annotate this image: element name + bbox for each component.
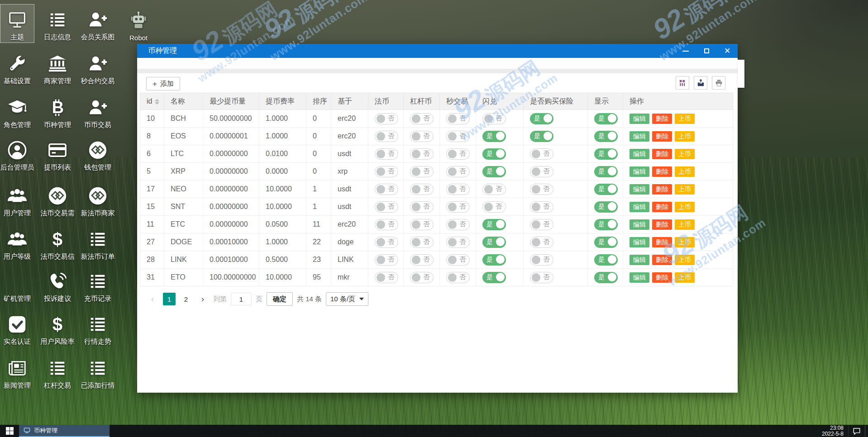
insurance-toggle[interactable]: 否 bbox=[530, 272, 553, 283]
list-coin-button[interactable]: 上币 bbox=[675, 149, 695, 159]
desktop-icon-2[interactable]: 会员关系图 bbox=[81, 4, 115, 43]
prev-page-button[interactable]: ‹ bbox=[146, 293, 159, 305]
table-header-0[interactable]: id bbox=[140, 93, 164, 110]
delete-button[interactable]: 删除 bbox=[652, 202, 672, 212]
add-button[interactable]: + 添加 bbox=[146, 77, 180, 90]
list-coin-button[interactable]: 上币 bbox=[675, 184, 695, 195]
delete-button[interactable]: 删除 bbox=[652, 237, 672, 247]
close-button[interactable]: ✕ bbox=[717, 44, 738, 58]
insurance-toggle[interactable]: 是 bbox=[530, 131, 553, 142]
desktop-icon-9[interactable]: 币币交易 bbox=[81, 92, 115, 131]
fiat-toggle[interactable]: 否 bbox=[375, 237, 398, 248]
desktop-icon-1[interactable]: 日志信息 bbox=[40, 4, 75, 43]
seconds-toggle[interactable]: 否 bbox=[446, 254, 470, 266]
list-coin-button[interactable]: 上币 bbox=[675, 272, 695, 283]
print-button[interactable] bbox=[712, 76, 725, 90]
show-toggle[interactable]: 是 bbox=[594, 219, 618, 230]
desktop-icon-5[interactable]: 商家管理 bbox=[40, 48, 75, 87]
delete-button[interactable]: 删除 bbox=[652, 272, 672, 283]
fiat-toggle[interactable]: 否 bbox=[375, 184, 398, 195]
desktop-icon-23[interactable]: $用户风险率 bbox=[40, 309, 75, 347]
delete-button[interactable]: 删除 bbox=[652, 219, 672, 230]
flash-toggle[interactable]: 否 bbox=[482, 201, 506, 213]
seconds-toggle[interactable]: 否 bbox=[446, 113, 470, 124]
desktop-icon-4[interactable]: 基础设置 bbox=[0, 48, 34, 87]
desktop-icon-6[interactable]: 秒合约交易 bbox=[81, 48, 115, 87]
flash-toggle[interactable]: 是 bbox=[482, 148, 506, 160]
edit-button[interactable]: 编辑 bbox=[630, 237, 649, 247]
desktop-icon-22[interactable]: 实名认证 bbox=[0, 309, 34, 347]
desktop-icon-27[interactable]: 已添加行情 bbox=[81, 352, 115, 391]
edit-button[interactable]: 编辑 bbox=[630, 255, 649, 265]
goto-page-input[interactable]: 1 bbox=[231, 293, 252, 305]
list-coin-button[interactable]: 上币 bbox=[675, 255, 695, 265]
lever-toggle[interactable]: 否 bbox=[410, 113, 434, 124]
seconds-toggle[interactable]: 否 bbox=[446, 131, 470, 142]
flash-toggle[interactable]: 是 bbox=[482, 237, 506, 248]
delete-button[interactable]: 删除 bbox=[652, 184, 672, 195]
edit-button[interactable]: 编辑 bbox=[630, 272, 649, 283]
page-size-select[interactable]: 10 条/页 bbox=[326, 292, 368, 306]
list-coin-button[interactable]: 上币 bbox=[675, 166, 695, 177]
delete-button[interactable]: 删除 bbox=[652, 166, 672, 177]
desktop-icon-26[interactable]: 杠杆交易 bbox=[40, 352, 75, 391]
maximize-button[interactable] bbox=[696, 44, 717, 58]
desktop-icon-17[interactable]: $法币交易信 bbox=[40, 223, 75, 262]
flash-toggle[interactable]: 是 bbox=[482, 131, 506, 142]
desktop-icon-8[interactable]: B币种管理 bbox=[40, 92, 75, 131]
fiat-toggle[interactable]: 否 bbox=[375, 254, 398, 266]
seconds-toggle[interactable]: 否 bbox=[446, 166, 470, 177]
seconds-toggle[interactable]: 否 bbox=[446, 184, 470, 195]
window-scrollbar-strip[interactable] bbox=[738, 60, 744, 88]
confirm-button[interactable]: 确定 bbox=[267, 292, 293, 306]
export-button[interactable] bbox=[694, 76, 707, 90]
lever-toggle[interactable]: 否 bbox=[410, 219, 434, 230]
lever-toggle[interactable]: 否 bbox=[410, 131, 434, 142]
seconds-toggle[interactable]: 否 bbox=[446, 201, 470, 213]
show-toggle[interactable]: 是 bbox=[594, 254, 618, 266]
fiat-toggle[interactable]: 否 bbox=[375, 148, 398, 160]
delete-button[interactable]: 删除 bbox=[652, 255, 672, 265]
flash-toggle[interactable]: 是 bbox=[482, 166, 506, 177]
fiat-toggle[interactable]: 否 bbox=[375, 219, 398, 230]
page-button-2[interactable]: 2 bbox=[180, 293, 192, 305]
seconds-toggle[interactable]: 否 bbox=[446, 219, 470, 230]
flash-toggle[interactable]: 否 bbox=[482, 113, 506, 124]
show-toggle[interactable]: 是 bbox=[594, 131, 618, 142]
fiat-toggle[interactable]: 否 bbox=[375, 272, 398, 283]
start-button[interactable] bbox=[0, 425, 19, 437]
insurance-toggle[interactable]: 否 bbox=[530, 254, 553, 266]
desktop-icon-15[interactable]: 新法币商家 bbox=[81, 180, 115, 219]
lever-toggle[interactable]: 否 bbox=[410, 166, 434, 177]
lever-toggle[interactable]: 否 bbox=[410, 148, 434, 160]
insurance-toggle[interactable]: 否 bbox=[530, 201, 553, 213]
fiat-toggle[interactable]: 否 bbox=[375, 131, 398, 142]
fiat-toggle[interactable]: 否 bbox=[375, 113, 398, 124]
desktop-icon-19[interactable]: 矿机管理 bbox=[0, 266, 34, 304]
taskbar-clock[interactable]: 23:08 2022-5-8 bbox=[822, 425, 848, 437]
seconds-toggle[interactable]: 否 bbox=[446, 272, 470, 283]
fiat-toggle[interactable]: 否 bbox=[375, 166, 398, 177]
lever-toggle[interactable]: 否 bbox=[410, 272, 434, 283]
fiat-toggle[interactable]: 否 bbox=[375, 201, 398, 213]
list-coin-button[interactable]: 上币 bbox=[675, 202, 695, 212]
desktop-icon-20[interactable]: 投诉建议 bbox=[40, 266, 75, 304]
page-button-1[interactable]: 1 bbox=[163, 293, 176, 305]
show-toggle[interactable]: 是 bbox=[594, 113, 618, 124]
desktop-icon-16[interactable]: 用户等级 bbox=[0, 223, 34, 262]
list-coin-button[interactable]: 上币 bbox=[675, 131, 695, 142]
lever-toggle[interactable]: 否 bbox=[410, 201, 434, 213]
list-coin-button[interactable]: 上币 bbox=[675, 114, 695, 124]
desktop-icon-11[interactable]: 提币列表 bbox=[40, 134, 75, 173]
desktop-icon-14[interactable]: 法币交易需 bbox=[40, 180, 75, 219]
flash-toggle[interactable]: 是 bbox=[482, 254, 506, 266]
insurance-toggle[interactable]: 是 bbox=[530, 113, 553, 124]
insurance-toggle[interactable]: 否 bbox=[530, 219, 553, 230]
insurance-toggle[interactable]: 否 bbox=[530, 148, 553, 160]
show-toggle[interactable]: 是 bbox=[594, 237, 618, 248]
desktop-icon-3[interactable]: Robot bbox=[121, 4, 156, 43]
desktop-icon-25[interactable]: 新闻管理 bbox=[0, 352, 34, 391]
show-toggle[interactable]: 是 bbox=[594, 166, 618, 177]
desktop-icon-24[interactable]: 行情走势 bbox=[81, 309, 115, 347]
next-page-button[interactable]: › bbox=[196, 293, 209, 305]
